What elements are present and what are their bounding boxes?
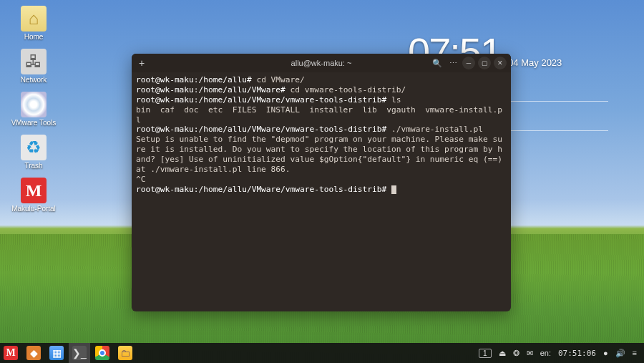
terminal-body[interactable]: root@wk-maku:/home/allu# cd VMware/root@… xyxy=(132,72,511,311)
tray-bullet-icon[interactable]: ● xyxy=(603,349,608,357)
apps-icon: ▦ xyxy=(49,346,64,360)
chrome-icon xyxy=(95,346,109,360)
makulu-icon: M xyxy=(21,178,47,203)
taskbar-clock[interactable]: 07:51:06 xyxy=(558,349,596,358)
desktop-icon-trash[interactable]: ♻ Trash xyxy=(6,135,62,176)
files-icon: 🗀 xyxy=(118,346,132,360)
taskbar-apps[interactable]: ▦ xyxy=(46,343,67,363)
terminal-icon: ❯_ xyxy=(72,346,87,360)
icon-label: Makulu-Portal xyxy=(11,205,56,213)
terminal-search-button[interactable]: 🔍 xyxy=(431,57,444,69)
taskbar-chrome[interactable] xyxy=(92,343,113,363)
desktop-icon-network[interactable]: 🖧 Network xyxy=(6,49,62,90)
tray-notification-icon[interactable]: ✉ xyxy=(527,349,533,358)
icon-label: VMware Tools xyxy=(11,119,57,127)
app-icon: ◆ xyxy=(26,346,41,360)
terminal-menu-button[interactable]: ⋯ xyxy=(447,57,459,69)
trash-icon: ♻ xyxy=(21,135,47,160)
desktop-icon-home[interactable]: ⌂ Home xyxy=(6,6,62,47)
tray-accessibility-icon[interactable]: ❂ xyxy=(513,349,519,358)
taskbar-terminal[interactable]: ❯_ xyxy=(69,343,90,363)
workspace-indicator[interactable]: 1 xyxy=(479,349,492,358)
folder-home-icon: ⌂ xyxy=(21,6,47,32)
icon-label: Network xyxy=(21,76,47,84)
desktop-icon-makulu-portal[interactable]: M Makulu-Portal xyxy=(6,178,62,219)
window-minimize-button[interactable]: ─ xyxy=(462,57,475,69)
taskbar-makulu-menu[interactable]: M xyxy=(0,343,21,363)
desktop-icon-vmware-tools[interactable]: ● VMware Tools xyxy=(6,92,62,133)
window-close-button[interactable]: ✕ xyxy=(494,57,507,69)
icon-label: Home xyxy=(24,33,44,41)
clock-month-year: May 2023 xyxy=(521,57,562,68)
disc-icon: ● xyxy=(21,92,47,117)
window-maximize-button[interactable]: ▢ xyxy=(478,57,491,69)
tray-menu-icon[interactable]: ≡ xyxy=(633,349,637,357)
terminal-titlebar[interactable]: + allu@wk-maku: ~ 🔍 ⋯ ─ ▢ ✕ xyxy=(132,54,511,72)
terminal-new-tab-button[interactable]: + xyxy=(132,57,152,69)
tray-eject-icon[interactable]: ⏏ xyxy=(499,349,506,358)
taskbar: M ◆ ▦ ❯_ 🗀 1 ⏏ ❂ ✉ en: 07:51:06 ● 🔊 ≡ xyxy=(0,343,644,363)
icon-label: Trash xyxy=(24,162,42,170)
network-icon: 🖧 xyxy=(21,49,47,74)
taskbar-app-1[interactable]: ◆ xyxy=(23,343,44,363)
tray-volume-icon[interactable]: 🔊 xyxy=(615,349,625,358)
terminal-window[interactable]: + allu@wk-maku: ~ 🔍 ⋯ ─ ▢ ✕ root@wk-maku… xyxy=(132,54,511,311)
taskbar-files[interactable]: 🗀 xyxy=(114,343,136,363)
tray-network-label[interactable]: en: xyxy=(540,349,551,357)
desktop-icons: ⌂ Home 🖧 Network ● VMware Tools ♻ Trash … xyxy=(6,6,62,221)
makulu-icon: M xyxy=(4,346,18,360)
